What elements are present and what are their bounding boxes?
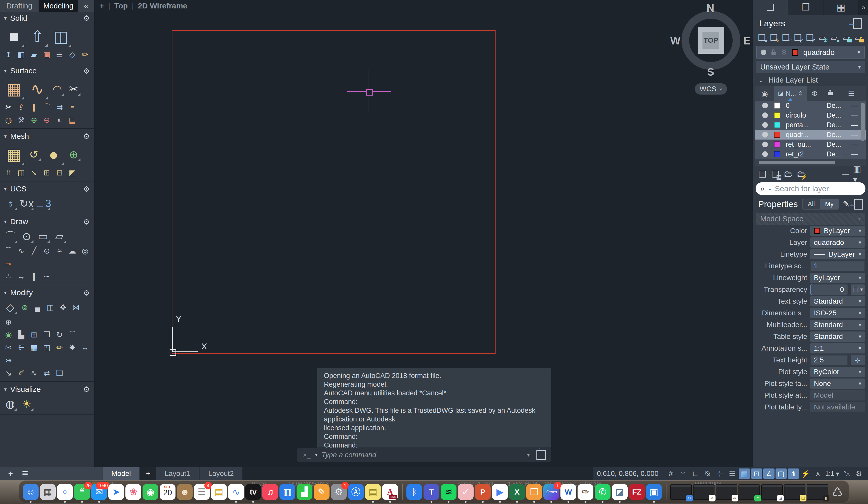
pages-dock-icon[interactable]: ✎ bbox=[314, 484, 330, 500]
terminal-window-thumbnail[interactable]: ▮ bbox=[807, 484, 828, 500]
array-tool[interactable]: ▦ bbox=[29, 342, 39, 353]
play-app-dock-icon[interactable]: ▶ bbox=[492, 484, 508, 500]
fillet-tool[interactable]: ⌒ bbox=[67, 329, 78, 340]
lock-column-icon[interactable] bbox=[823, 92, 838, 95]
transparency-toggle[interactable]: ▦ bbox=[739, 468, 750, 479]
copy-tool[interactable]: ❐ bbox=[41, 329, 52, 340]
layer-row-retr2[interactable]: ret_r2De...— bbox=[755, 149, 866, 159]
launchpad-dock-icon[interactable]: ▦ bbox=[40, 484, 56, 500]
mirror-3d-tool[interactable]: ◫ bbox=[45, 302, 56, 313]
move-tool[interactable]: ✥ bbox=[58, 302, 69, 313]
extrude-tool[interactable]: ⇧ bbox=[27, 26, 48, 47]
surface-blend-tool[interactable]: ⌒ bbox=[41, 102, 52, 112]
snap-overrides-toggle[interactable]: ⚡ bbox=[800, 468, 811, 479]
drawn-square[interactable] bbox=[172, 30, 496, 354]
apple-tv-dock-icon[interactable]: tv bbox=[245, 484, 261, 500]
notes-dock-icon[interactable]: ▤ bbox=[211, 484, 227, 500]
gimp-window-2-thumbnail[interactable]: ✑ bbox=[716, 484, 737, 500]
gear-icon[interactable]: ⚙ bbox=[83, 385, 90, 394]
lock-layer-button[interactable]: ▱ bbox=[840, 32, 852, 43]
trello-app-dock-icon[interactable]: ▣ bbox=[646, 484, 662, 500]
transparency-dropdown-button[interactable]: ❏▾ bbox=[851, 284, 865, 295]
add-selected-tool[interactable]: ⊕ bbox=[3, 316, 14, 327]
compass-north[interactable]: N bbox=[706, 2, 714, 14]
keynote-dock-icon[interactable]: ▥ bbox=[279, 484, 295, 500]
center-mark-tool[interactable]: ⊙ bbox=[41, 245, 52, 256]
property-dropdown[interactable]: Standard▾ bbox=[810, 332, 865, 342]
viewcube-face[interactable]: TOP bbox=[698, 27, 724, 54]
measure-tool[interactable]: ↔ bbox=[16, 271, 27, 282]
freehand-tool[interactable]: ∽ bbox=[41, 271, 52, 282]
viewport-visual-style-button[interactable]: 2D Wireframe bbox=[138, 1, 187, 10]
command-input-bar[interactable]: >_ ▾ Type a command ▾ ↑ bbox=[297, 448, 551, 462]
wcs-dropdown[interactable]: WCS ▿ bbox=[695, 83, 727, 94]
property-dropdown[interactable]: Standard▾ bbox=[810, 296, 865, 306]
gear-icon[interactable]: ⚙ bbox=[83, 217, 90, 226]
transparency-input[interactable]: 0 bbox=[810, 284, 848, 295]
surface-patch-tool[interactable]: ◠ bbox=[50, 82, 64, 96]
layer-walk-down-button[interactable]: ❏↙ bbox=[792, 32, 804, 43]
offset-edge-tool[interactable]: ▙ bbox=[16, 329, 27, 340]
image-preview-dock-icon[interactable]: ◪ bbox=[612, 484, 628, 500]
box-tool[interactable]: ■ bbox=[3, 26, 24, 47]
donut-tool[interactable]: ◎ bbox=[80, 245, 91, 256]
surface-sculpt-tool[interactable]: ◓ bbox=[67, 102, 78, 112]
calendar-dock-icon[interactable]: SET.20 bbox=[160, 484, 175, 500]
filezilla-dock-icon[interactable]: FZ bbox=[629, 484, 645, 500]
rectangle-tool[interactable]: ▭ bbox=[36, 229, 50, 243]
checklist-app-dock-icon[interactable]: ✓ bbox=[458, 484, 474, 500]
layer-color-swatch[interactable] bbox=[774, 151, 780, 157]
surface-analysis-tool[interactable]: ◍ bbox=[3, 114, 14, 125]
mirror-tool[interactable]: ⋈ bbox=[71, 302, 81, 313]
viewport-view-button[interactable]: Top bbox=[114, 1, 128, 10]
ucs-rotate-z-tool[interactable]: ↻x bbox=[19, 196, 34, 211]
tab-model[interactable]: Model bbox=[103, 467, 140, 480]
layer-walk-up-button[interactable]: ❏↗ bbox=[804, 32, 816, 43]
split-box-tool[interactable]: ⊞ bbox=[29, 329, 39, 340]
filter-my-button[interactable]: My bbox=[820, 199, 839, 209]
reverse-tool[interactable]: ⇄ bbox=[41, 367, 52, 378]
collapse-panel-icon[interactable]: ← bbox=[854, 199, 863, 210]
join-tool[interactable]: ↣ bbox=[3, 355, 14, 365]
erase-tool[interactable]: ✏ bbox=[54, 342, 65, 353]
mail-dock-icon[interactable]: ✉1040 bbox=[91, 484, 107, 500]
mesh-smooth-tool[interactable]: ⇧ bbox=[3, 167, 14, 178]
surface-extend-tool[interactable]: ⇉ bbox=[54, 102, 65, 112]
text-height-input[interactable]: 2.5 bbox=[810, 355, 848, 365]
layer-status-dot[interactable] bbox=[762, 112, 768, 118]
ortho-mode-toggle[interactable]: ∟ bbox=[690, 468, 701, 479]
spline-tool[interactable]: ∿ bbox=[16, 245, 27, 256]
layer-table-hscroll[interactable] bbox=[755, 159, 866, 166]
3d-object-snap-toggle[interactable]: ⋏ bbox=[812, 468, 824, 479]
property-dropdown[interactable]: ISO-25▾ bbox=[810, 308, 865, 318]
solid-edit-tool[interactable]: ✏ bbox=[80, 49, 91, 60]
stack-tool[interactable]: ▄ bbox=[32, 302, 43, 313]
stretch-tool[interactable]: ↔ bbox=[80, 342, 91, 353]
linetype-column-icon[interactable]: ☰ bbox=[838, 89, 864, 98]
layer-properties-manager-button[interactable]: ❏▤ bbox=[769, 168, 781, 180]
unlock-layer-button[interactable]: ▱ bbox=[852, 32, 864, 43]
restore-layer-button[interactable]: ❏↶ bbox=[780, 32, 792, 43]
selection-cycling-toggle[interactable]: ⊡ bbox=[751, 468, 762, 479]
app-store-dock-icon[interactable]: Ⓐ bbox=[348, 484, 364, 500]
property-dropdown[interactable]: ByLayer▾ bbox=[810, 226, 865, 236]
revision-cloud-tool[interactable]: ☁ bbox=[67, 245, 78, 256]
open-group-button[interactable]: 🗁 bbox=[783, 168, 794, 180]
spline-cv-tool[interactable]: ⌒ bbox=[3, 245, 14, 256]
notes-window-thumbnail[interactable]: ▤ bbox=[784, 484, 805, 500]
gimp-dock-icon[interactable]: ✑ bbox=[578, 484, 593, 500]
curve-edit-tool[interactable]: ∿ bbox=[29, 367, 39, 378]
lineweight-display-toggle[interactable]: ☰ bbox=[726, 468, 738, 479]
ucs-3point-tool[interactable]: ∟3 bbox=[36, 196, 50, 211]
object-snap-tracking-toggle[interactable]: ▢ bbox=[776, 468, 787, 479]
layer-row-crculo[interactable]: círculoDe...— bbox=[755, 110, 866, 120]
command-prompt-caret[interactable]: ▾ bbox=[315, 452, 318, 458]
union-tool[interactable]: ◫ bbox=[50, 26, 72, 47]
surface-untrim-tool[interactable]: ✂ bbox=[3, 102, 14, 112]
system-settings-dock-icon[interactable]: ⚙1 bbox=[331, 484, 347, 500]
tab-layout2[interactable]: Layout2 bbox=[199, 467, 242, 480]
analysis-map-tool[interactable]: ▤ bbox=[67, 114, 78, 125]
create-light-tool[interactable]: ☀ bbox=[19, 397, 34, 411]
visibility-column-icon[interactable]: ◉ bbox=[755, 89, 774, 98]
surface-offset-tool[interactable]: ∥ bbox=[29, 102, 39, 112]
